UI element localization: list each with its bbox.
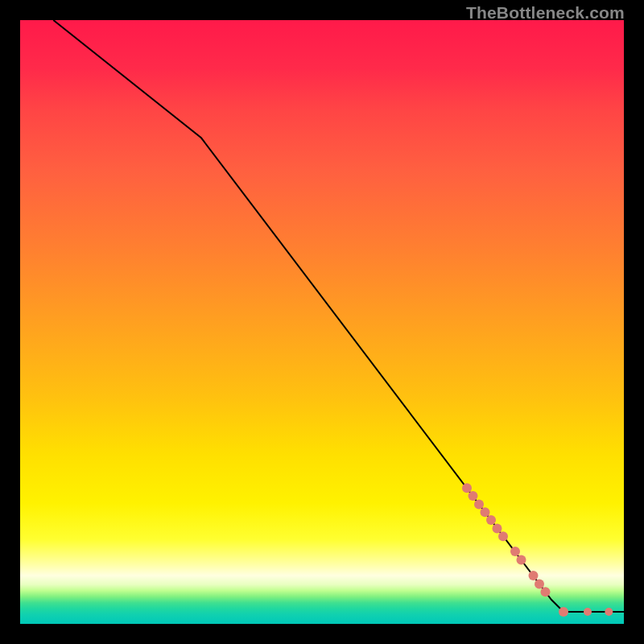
chart-gradient-background xyxy=(20,20,624,624)
watermark-text: TheBottleneck.com xyxy=(466,3,625,23)
chart-plot-area xyxy=(20,20,624,624)
